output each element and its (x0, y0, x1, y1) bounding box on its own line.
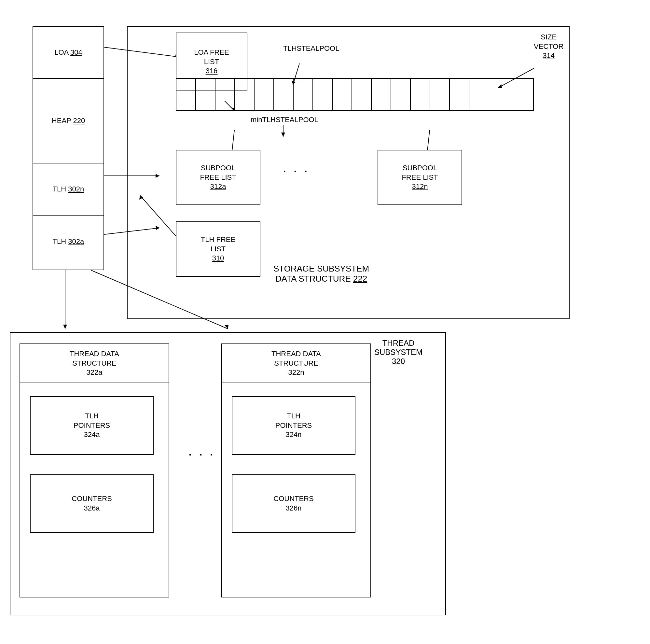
tlh-302a-label: TLH 302a (53, 237, 84, 247)
svg-line-0 (104, 47, 179, 57)
subpool-free-list-a-box: SUBPOOLFREE LIST 312a (176, 150, 260, 205)
mintlhstealpool-label: minTLHSTEALPOOL (251, 116, 318, 124)
svg-line-16 (104, 228, 159, 235)
tlh-pointers-a-label: TLHPOINTERS (74, 412, 110, 430)
counters-a-box: COUNTERS 326a (30, 474, 154, 533)
thread-data-n-header: THREAD DATASTRUCTURE 322n (222, 344, 370, 383)
tlh-302a-section: TLH 302a (33, 216, 104, 267)
dots-1: · · · (283, 166, 310, 177)
tlh-free-list-ref: 310 (212, 254, 224, 263)
counters-a-label: COUNTERS (72, 494, 112, 504)
storage-subsystem-label: STORAGE SUBSYSTEMDATA STRUCTURE 222 (274, 264, 369, 284)
dots-2: · · · (189, 449, 215, 460)
loa-label: LOA 304 (55, 48, 82, 57)
thread-data-n-box: THREAD DATASTRUCTURE 322n TLHPOINTERS 32… (221, 344, 371, 598)
loa-free-list-label: LOA FREELIST (194, 48, 229, 66)
heap-column: LOA 304 HEAP 220 TLH 302n TLH 302a (33, 26, 104, 270)
tlh-free-list-box: TLH FREELIST 310 (176, 221, 260, 277)
loa-free-list-ref: 316 (206, 66, 218, 76)
svg-marker-11 (281, 133, 285, 137)
thread-data-a-title: THREAD DATASTRUCTURE (70, 349, 119, 368)
subpool-free-list-n-label: SUBPOOLFREE LIST (402, 164, 438, 182)
counters-n-ref: 326n (286, 504, 302, 513)
svg-marker-17 (155, 226, 159, 230)
thread-data-n-ref: 322n (288, 368, 304, 377)
tlh-302n-section: TLH 302n (33, 164, 104, 216)
heap-label: HEAP 220 (52, 116, 85, 126)
tlh-pointers-a-box: TLHPOINTERS 324a (30, 396, 154, 455)
subpool-free-list-n-box: SUBPOOLFREE LIST 312n (377, 150, 462, 205)
subpool-free-list-a-label: SUBPOOLFREE LIST (200, 164, 236, 182)
subpool-free-list-n-ref: 312n (412, 182, 428, 191)
tlh-302n-label: TLH 302n (53, 185, 84, 194)
svg-marker-19 (63, 325, 67, 329)
size-vector-label: SIZEVECTOR 314 (534, 33, 564, 61)
thread-data-a-box: THREAD DATASTRUCTURE 322a TLHPOINTERS 32… (20, 344, 169, 598)
counters-a-ref: 326a (84, 504, 100, 513)
thread-subsystem-label: THREADSUBSYSTEM 320 (374, 338, 423, 366)
diagram-container: LOA 304 HEAP 220 TLH 302n TLH 302a LOA F… (0, 0, 650, 644)
thread-data-a-header: THREAD DATASTRUCTURE 322a (20, 344, 169, 383)
tlh-pointers-a-ref: 324a (84, 430, 100, 439)
counters-n-label: COUNTERS (274, 494, 314, 504)
tlh-pointers-n-label: TLHPOINTERS (275, 412, 312, 430)
counters-n-box: COUNTERS 326n (232, 474, 355, 533)
tlhstealpool-array (176, 78, 534, 111)
svg-marker-15 (155, 174, 159, 178)
tlh-pointers-n-ref: 324n (286, 430, 302, 439)
svg-line-20 (91, 270, 228, 329)
loa-section: LOA 304 (33, 27, 104, 79)
tlh-pointers-n-box: TLHPOINTERS 324n (232, 396, 355, 455)
tlh-free-list-label: TLH FREELIST (201, 235, 235, 254)
thread-data-a-ref: 322a (86, 368, 103, 377)
svg-marker-21 (225, 325, 228, 329)
subpool-free-list-a-ref: 312a (210, 182, 226, 191)
thread-data-n-title: THREAD DATASTRUCTURE (272, 349, 321, 368)
svg-marker-23 (139, 195, 143, 200)
heap-section: HEAP 220 (33, 79, 104, 164)
tlhstealpool-label: TLHSTEALPOOL (283, 44, 339, 53)
